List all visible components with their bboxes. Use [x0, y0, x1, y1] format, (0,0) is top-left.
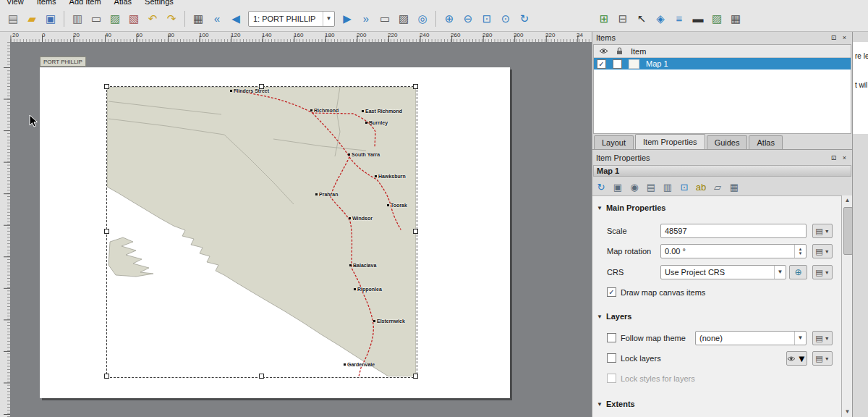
view-extent-in-canvas-button[interactable]: ◉	[627, 180, 642, 194]
add-picture-button[interactable]: ▨	[708, 10, 726, 28]
export-atlas-button[interactable]: ▨	[395, 10, 412, 28]
resize-handle-bottom-right[interactable]	[413, 374, 418, 379]
zoom-out-button[interactable]: ⊖	[459, 10, 477, 28]
item-visibility-checkbox[interactable]	[597, 59, 606, 69]
menu-item[interactable]: Items	[30, 0, 63, 6]
scale-data-defined-button[interactable]: ▤▼	[812, 224, 833, 238]
items-row-map1[interactable]: Map 1	[594, 58, 851, 70]
toolbar-icon: ▶	[343, 13, 352, 24]
save-project-button[interactable]: ▣	[42, 10, 59, 28]
labeling-settings-button[interactable]: ab	[694, 180, 708, 194]
add-pages-button[interactable]: ⊞	[595, 10, 613, 28]
item-lock-checkbox[interactable]	[613, 59, 622, 69]
add-scalebar-button[interactable]: ▬	[689, 10, 707, 28]
crs-picker-button[interactable]: ⊕	[789, 265, 807, 279]
toolbar-separator	[184, 11, 185, 27]
edit-extent-button[interactable]: ⊡	[677, 180, 692, 194]
tab-atlas[interactable]: Atlas	[749, 135, 782, 149]
follow-map-theme-checkbox[interactable]	[607, 333, 616, 342]
menu-item[interactable]: Add Item	[63, 0, 108, 6]
resize-handle-middle-left[interactable]	[104, 229, 109, 234]
tab-guides[interactable]: Guides	[707, 135, 748, 149]
spinner-arrows-icon[interactable]: ▲▼	[794, 245, 806, 258]
atlas-feature-combo[interactable]: 1: PORT PHILLIP ▼	[248, 11, 335, 27]
zoom-in-button[interactable]: ⊕	[441, 10, 458, 28]
menu-item[interactable]: Atlas	[108, 0, 138, 6]
refresh-view-button[interactable]: ↻	[516, 10, 533, 28]
map-item-map1[interactable]: Flinders StreetRichmondEast RichmondBurn…	[107, 87, 416, 376]
set-canvas-to-scale-button[interactable]: ▥	[660, 180, 675, 194]
resize-handle-top-right[interactable]	[413, 84, 418, 89]
scale-input[interactable]: 48597	[660, 224, 807, 238]
set-extent-to-canvas-button[interactable]: ▣	[610, 180, 625, 194]
ruler-label: 100	[199, 32, 208, 38]
atlas-last-feature-button[interactable]: »	[357, 10, 375, 28]
lock-layers-visibility-button[interactable]: ▼	[786, 351, 807, 366]
map-label: Hawksburn	[375, 174, 406, 180]
print-atlas-button[interactable]: ▭	[376, 10, 393, 28]
resize-handle-top-left[interactable]	[104, 84, 109, 89]
tab-layout[interactable]: Layout	[594, 135, 634, 149]
lock-layers-checkbox[interactable]	[607, 353, 616, 363]
section-layers[interactable]: ▼ Layers	[597, 312, 631, 321]
undo-button[interactable]: ↶	[144, 10, 161, 28]
panel-close-icon[interactable]: ×	[840, 153, 849, 162]
add-legend-button[interactable]: ≡	[671, 10, 688, 28]
chevron-down-icon: ▼	[825, 229, 830, 234]
atlas-previous-feature-button[interactable]: ◀	[227, 10, 244, 28]
menubar: ViewItemsAdd ItemAtlasSettings	[0, 0, 868, 6]
zoom-actual-button[interactable]: ⊙	[497, 10, 514, 28]
tab-item-properties[interactable]: Item Properties	[635, 134, 705, 149]
panel-float-icon[interactable]: ⊡	[829, 33, 838, 42]
redo-button[interactable]: ↷	[163, 10, 180, 28]
toolbar-icon: ◎	[417, 13, 427, 24]
duplicate-layout-button[interactable]: ▥	[69, 10, 86, 28]
select-move-item-button[interactable]: ↖	[633, 10, 650, 28]
export-pdf-button[interactable]: ▧	[125, 10, 142, 28]
preview-atlas-button[interactable]: ◎	[414, 10, 431, 28]
menu-item[interactable]: View	[0, 0, 30, 6]
set-scale-to-canvas-button[interactable]: ▤	[644, 180, 658, 194]
resize-handle-bottom-left[interactable]	[104, 374, 109, 379]
theme-data-defined-button[interactable]: ▤▼	[812, 331, 833, 345]
crs-data-defined-button[interactable]: ▤▼	[812, 265, 833, 279]
draw-canvas-items-checkbox[interactable]	[607, 287, 616, 297]
map-label: Balaclava	[349, 263, 376, 269]
menu-item[interactable]: Settings	[138, 0, 180, 6]
rotation-data-defined-button[interactable]: ▤▼	[812, 244, 833, 258]
add-table-button[interactable]: ▦	[727, 10, 744, 28]
export-image-button[interactable]: ▨	[106, 10, 124, 28]
layout-manager-button[interactable]: ⊟	[614, 10, 631, 28]
map-label: Elsternwick	[373, 319, 405, 324]
new-layout-button[interactable]: ▤	[4, 10, 22, 28]
map-label: Prahran	[315, 192, 338, 198]
resize-handle-bottom-center[interactable]	[259, 374, 264, 379]
section-extents[interactable]: ▼ Extents	[597, 400, 635, 408]
layout-canvas[interactable]: Flinders StreetRichmondEast RichmondBurn…	[10, 42, 592, 417]
clipping-settings-button[interactable]: ▱	[710, 180, 725, 194]
update-map-preview-button[interactable]: ↻	[594, 180, 608, 194]
layout-page[interactable]: Flinders StreetRichmondEast RichmondBurn…	[40, 67, 510, 398]
atlas-settings-button[interactable]: ▦	[190, 10, 207, 28]
crs-combo[interactable]: Use Project CRS ▼	[660, 265, 786, 279]
scroll-down-icon[interactable]: ▼	[842, 407, 853, 417]
ruler-label: 60	[136, 32, 142, 38]
properties-scrollbar[interactable]: ▲ ▼	[841, 195, 853, 417]
move-content-button[interactable]: ◈	[652, 10, 669, 28]
open-template-button[interactable]: ▰	[23, 10, 41, 28]
panel-close-icon[interactable]: ×	[840, 33, 849, 42]
resize-handle-top-center[interactable]	[259, 84, 264, 89]
map-theme-combo[interactable]: (none) ▼	[695, 331, 807, 345]
lock-layers-data-defined-button[interactable]: ▤▼	[812, 351, 833, 366]
panel-float-icon[interactable]: ⊡	[829, 153, 838, 162]
resize-handle-middle-right[interactable]	[413, 229, 418, 234]
section-main-properties[interactable]: ▼ Main Properties	[597, 203, 665, 212]
atlas-next-feature-button[interactable]: ▶	[339, 10, 356, 28]
atlas-first-feature-button[interactable]: «	[208, 10, 226, 28]
grid-settings-button[interactable]: ▦	[727, 180, 741, 194]
scroll-up-icon[interactable]: ▲	[842, 195, 853, 206]
toolbar-icon: ▦	[193, 13, 203, 24]
map-rotation-spinner[interactable]: 0.00 ° ▲▼	[660, 244, 807, 258]
zoom-full-button[interactable]: ⊡	[478, 10, 495, 28]
print-button[interactable]: ▭	[88, 10, 105, 28]
